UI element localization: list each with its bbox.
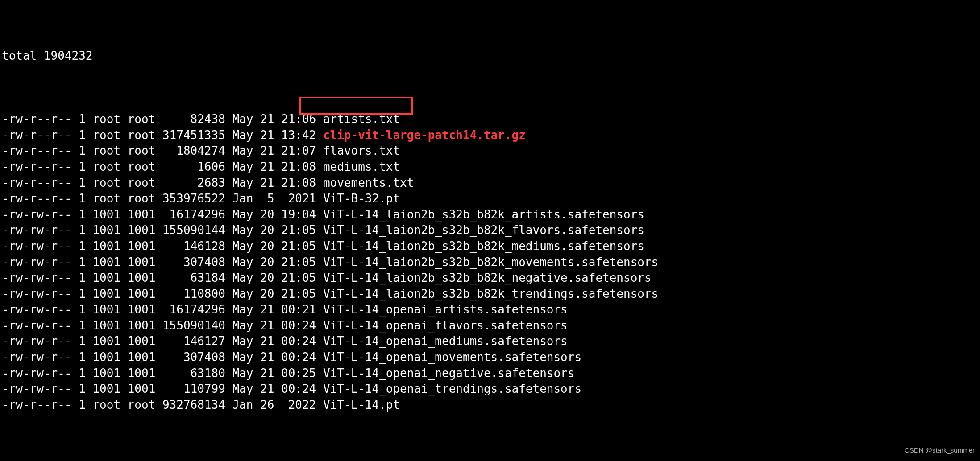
mon: May	[232, 143, 253, 159]
file-name: ViT-L-14_openai_artists.safetensors	[323, 302, 568, 318]
size: 353976522	[162, 191, 225, 207]
group: 1001	[128, 318, 156, 334]
time: 00:21	[281, 302, 316, 318]
day: 20	[260, 239, 274, 255]
file-row: -rw-rw-r--1 1001 1001 307408 May 20 21:0…	[2, 255, 978, 271]
file-row: -rw-r--r--1 root root 1804274 May 21 21:…	[2, 143, 978, 159]
group: 1001	[128, 222, 156, 239]
perms: -rw-rw-r--	[2, 207, 79, 223]
file-name: movements.txt	[323, 175, 414, 191]
file-row: -rw-rw-r--1 1001 1001 307408 May 21 00:2…	[2, 350, 978, 366]
size: 1606	[162, 159, 225, 175]
file-row: -rw-r--r--1 root root 932768134 Jan 26 2…	[2, 397, 978, 413]
links: 1	[79, 255, 86, 271]
watermark-text: CSDN @stark_summer	[905, 442, 975, 458]
group: root	[128, 143, 156, 159]
perms: -rw-rw-r--	[2, 366, 79, 382]
perms: -rw-rw-r--	[2, 270, 79, 286]
size: 307408	[162, 350, 225, 366]
perms: -rw-rw-r--	[2, 318, 79, 334]
group: 1001	[128, 286, 156, 302]
mon: May	[232, 381, 253, 397]
links: 1	[79, 397, 86, 413]
links: 1	[79, 286, 86, 302]
links: 1	[79, 207, 86, 223]
time: 21:05	[281, 270, 316, 286]
size: 317451335	[162, 128, 225, 144]
file-row: -rw-r--r--1 root root 353976522 Jan 5 20…	[2, 191, 978, 207]
links: 1	[79, 302, 86, 318]
size: 146127	[162, 333, 225, 350]
owner: root	[92, 397, 120, 413]
owner: 1001	[92, 207, 120, 223]
links: 1	[79, 239, 86, 255]
total-line: total 1904232	[2, 48, 978, 64]
size: 110800	[162, 286, 225, 302]
links: 1	[79, 318, 86, 334]
group: 1001	[128, 350, 156, 366]
file-row: -rw-r--r--1 root root 317451335 May 21 1…	[2, 128, 978, 144]
size: 63184	[162, 270, 225, 286]
links: 1	[79, 111, 86, 128]
time: 21:08	[281, 175, 316, 191]
file-name: ViT-L-14_laion2b_s32b_b82k_artists.safet…	[323, 207, 644, 223]
file-name: mediums.txt	[323, 159, 400, 175]
file-name: ViT-L-14_laion2b_s32b_b82k_movements.saf…	[323, 255, 658, 271]
time: 19:04	[281, 207, 316, 223]
owner: 1001	[92, 381, 120, 397]
size: 16174296	[162, 207, 225, 223]
size: 307408	[162, 255, 225, 271]
time: 00:24	[281, 381, 316, 397]
size: 155090144	[162, 222, 225, 239]
day: 21	[260, 333, 274, 350]
perms: -rw-r--r--	[2, 191, 79, 207]
links: 1	[79, 366, 86, 382]
day: 21	[260, 366, 274, 382]
file-name: ViT-L-14_laion2b_s32b_b82k_mediums.safet…	[323, 239, 644, 255]
owner: 1001	[92, 366, 120, 382]
day: 21	[260, 350, 274, 366]
time: 21:08	[281, 159, 316, 175]
file-name: ViT-L-14_openai_trendings.safetensors	[323, 381, 581, 397]
time: 21:05	[281, 239, 316, 255]
owner: 1001	[92, 333, 120, 350]
links: 1	[79, 128, 86, 144]
perms: -rw-rw-r--	[2, 286, 79, 302]
owner: 1001	[92, 222, 120, 239]
perms: -rw-rw-r--	[2, 255, 79, 271]
links: 1	[79, 175, 86, 191]
perms: -rw-r--r--	[2, 128, 79, 144]
links: 1	[79, 333, 86, 350]
group: 1001	[128, 255, 156, 271]
day: 20	[260, 222, 274, 239]
owner: 1001	[92, 318, 120, 334]
file-name: ViT-L-14_laion2b_s32b_b82k_trendings.saf…	[323, 286, 658, 302]
time: 2021	[281, 191, 316, 207]
perms: -rw-r--r--	[2, 111, 79, 128]
size: 2683	[162, 175, 225, 191]
size: 155090140	[162, 318, 225, 334]
group: root	[128, 175, 156, 191]
group: 1001	[128, 366, 156, 382]
terminal-output[interactable]: total 1904232 -rw-r--r--1 root root 8243…	[0, 0, 980, 461]
mon: May	[232, 239, 253, 255]
size: 146128	[162, 239, 225, 255]
mon: May	[232, 128, 253, 144]
time: 21:05	[281, 222, 316, 239]
group: 1001	[128, 302, 156, 318]
links: 1	[79, 350, 86, 366]
file-row: -rw-r--r--1 root root 1606 May 21 21:08 …	[2, 159, 978, 175]
perms: -rw-r--r--	[2, 143, 79, 159]
mon: May	[232, 270, 253, 286]
day: 21	[260, 111, 274, 128]
file-row: -rw-rw-r--1 1001 1001 63184 May 20 21:05…	[2, 270, 978, 286]
size: 16174296	[162, 302, 225, 318]
mon: May	[232, 222, 253, 239]
day: 21	[260, 381, 274, 397]
perms: -rw-r--r--	[2, 397, 79, 413]
day: 26	[260, 397, 274, 413]
file-name: ViT-L-14_openai_flavors.safetensors	[323, 318, 568, 334]
group: root	[128, 128, 156, 144]
file-row: -rw-rw-r--1 1001 1001 16174296 May 21 00…	[2, 302, 978, 318]
group: 1001	[128, 239, 156, 255]
